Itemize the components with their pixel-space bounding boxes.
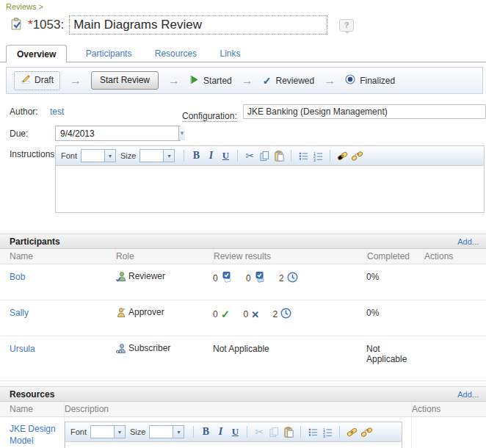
results-not-applicable: Not Applicable <box>213 336 366 380</box>
bold-button[interactable]: B <box>189 148 203 163</box>
font-label: Font <box>70 427 87 436</box>
unlink-icon[interactable] <box>349 148 364 163</box>
rejected-count: 0 <box>246 273 251 283</box>
col-actions: Actions <box>424 249 486 264</box>
copy-icon[interactable] <box>266 424 281 439</box>
workflow-arrow-icon: → <box>70 74 81 87</box>
finalized-label: Finalized <box>360 76 395 86</box>
instructions-editor-body[interactable] <box>56 166 484 212</box>
underline-button[interactable]: U <box>228 424 242 439</box>
bullet-list-icon[interactable] <box>296 148 311 163</box>
col-description: Description <box>64 402 411 416</box>
configuration-input[interactable] <box>243 104 486 119</box>
review-id: *1053: <box>28 18 64 32</box>
due-date-combo: ▼ <box>55 126 181 141</box>
font-select[interactable]: ▼ <box>81 149 116 162</box>
subscriber-role-icon <box>115 343 127 357</box>
participant-name-link[interactable]: Ursula <box>10 344 35 354</box>
font-dropdown-icon[interactable]: ▼ <box>105 149 116 162</box>
tab-resources[interactable]: Resources <box>145 45 207 62</box>
numbered-list-icon[interactable]: 123 <box>311 148 325 163</box>
draft-label: Draft <box>35 75 54 85</box>
approver-role-icon <box>115 307 127 321</box>
copy-icon[interactable] <box>257 148 272 163</box>
link-icon[interactable] <box>344 424 359 439</box>
actions-cell <box>411 417 486 448</box>
breadcrumb[interactable]: Reviews > <box>6 2 43 11</box>
configuration-label: Configuration: <box>182 111 237 122</box>
rejected-x-icon: ✕ <box>251 309 259 320</box>
due-date-input[interactable] <box>56 126 178 140</box>
unsaved-indicator: * <box>28 18 33 32</box>
italic-button[interactable]: I <box>203 148 218 163</box>
completed-value: 0% <box>366 300 424 336</box>
resource-name-link[interactable]: JKE Design Model <box>10 424 56 446</box>
resource-row: JKE Design Model Font ▼ Size ▼ B I U <box>0 417 486 448</box>
size-select[interactable]: ▼ <box>149 425 184 438</box>
size-label: Size <box>130 427 145 436</box>
state-finalized: Finalized <box>345 74 395 87</box>
cut-icon[interactable]: ✂ <box>242 148 257 163</box>
participant-role: Approver <box>128 307 164 317</box>
font-label: Font <box>61 151 77 160</box>
review-editor-page: Reviews > *1053: ? Overview Participants… <box>0 0 486 448</box>
add-participant-link[interactable]: Add... <box>457 237 479 246</box>
link-icon[interactable] <box>335 148 349 163</box>
pending-count: 2 <box>279 273 284 283</box>
tab-links[interactable]: Links <box>209 45 250 62</box>
svg-text:3: 3 <box>323 434 325 438</box>
col-review-results: Review results <box>213 249 366 264</box>
size-select[interactable]: ▼ <box>139 149 175 162</box>
due-date-dropdown-button[interactable]: ▼ <box>178 126 185 140</box>
add-resource-link[interactable]: Add... <box>457 390 479 399</box>
size-dropdown-icon[interactable]: ▼ <box>164 149 175 162</box>
col-role: Role <box>115 249 213 264</box>
review-clipboard-icon <box>10 18 23 32</box>
resources-section: Resources Add... Name Description Action… <box>0 386 486 448</box>
bullet-list-icon[interactable] <box>305 424 320 439</box>
approved-count: 0 <box>213 273 218 283</box>
participant-name-link[interactable]: Bob <box>10 272 25 282</box>
overview-form: Author: test Configuration: Due: ▼ Instr… <box>0 104 486 223</box>
rejected-count: 0 <box>244 309 249 319</box>
font-dropdown-icon[interactable]: ▼ <box>115 425 126 438</box>
state-reviewed: ✓ Reviewed <box>263 75 314 87</box>
paste-icon[interactable] <box>272 148 286 163</box>
review-title-input[interactable] <box>69 15 327 35</box>
pending-clock-icon <box>280 308 291 321</box>
workflow-arrow-icon: → <box>168 74 180 87</box>
italic-button[interactable]: I <box>213 424 228 439</box>
col-actions: Actions <box>411 402 486 416</box>
numbered-list-icon[interactable]: 123 <box>320 424 335 439</box>
reviewed-check-icon: ✓ <box>263 75 272 87</box>
reviewed-label: Reviewed <box>275 76 314 86</box>
cut-icon[interactable]: ✂ <box>252 424 266 439</box>
completed-value: 0% <box>366 264 424 300</box>
state-started: Started <box>189 75 232 87</box>
author-link[interactable]: test <box>50 106 64 117</box>
help-icon[interactable]: ? <box>339 19 354 32</box>
pencil-icon <box>21 74 31 87</box>
bold-button[interactable]: B <box>198 424 213 439</box>
completed-value: Not Applicable <box>366 336 424 380</box>
resource-description-editor-body[interactable] <box>65 442 402 448</box>
draft-state-button[interactable]: Draft <box>14 71 60 90</box>
tab-overview[interactable]: Overview <box>6 45 67 63</box>
size-label: Size <box>120 151 136 160</box>
size-dropdown-icon[interactable]: ▼ <box>173 425 184 438</box>
approved-with-comment-icon <box>221 272 233 285</box>
participant-row: Bob Reviewer 0 0 2 <box>0 264 486 300</box>
svg-text:3: 3 <box>313 158 316 162</box>
col-completed: Completed <box>366 249 424 264</box>
start-review-button[interactable]: Start Review <box>91 71 159 90</box>
unlink-icon[interactable] <box>359 424 374 439</box>
participant-row: Sally Approver 0 ✓ 0 ✕ 2 0% <box>0 300 486 336</box>
underline-button[interactable]: U <box>218 148 233 163</box>
col-name: Name <box>0 249 115 264</box>
tab-participants[interactable]: Participants <box>76 45 142 62</box>
resource-description-editor: Font ▼ Size ▼ B I U ✂ <box>65 422 402 448</box>
participant-name-link[interactable]: Sally <box>10 308 29 318</box>
font-select[interactable]: ▼ <box>90 425 126 438</box>
paste-icon[interactable] <box>281 424 296 439</box>
pending-clock-icon <box>287 272 298 285</box>
